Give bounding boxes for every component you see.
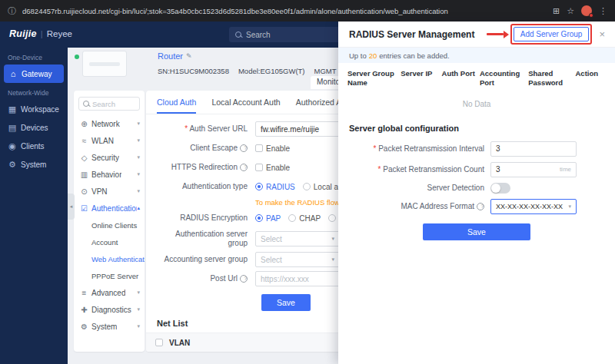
notification-dot: [589, 13, 593, 18]
address-bar[interactable]: d6824457rb.ruijiecloud.net/cgi-bin/luci/…: [22, 7, 448, 15]
edit-icon[interactable]: ✎: [186, 52, 192, 60]
radio-pap[interactable]: [255, 214, 263, 222]
logo-ruijie: Ruijie: [9, 28, 37, 39]
global-search-input[interactable]: Search: [229, 27, 344, 42]
chevron-down-icon: ▾: [137, 188, 140, 194]
menu-item-advanced[interactable]: ≡Advanced ▾: [74, 284, 145, 301]
section-label-network-wide: Network-Wide: [8, 89, 68, 97]
menu-item-vpn[interactable]: ⊙VPN ▾: [74, 183, 145, 200]
menu-item-label: Advanced: [91, 289, 125, 297]
site-info-icon[interactable]: ⓘ: [8, 5, 16, 17]
drawer-save-button[interactable]: Save: [423, 223, 530, 240]
menu-item-pppoe-server[interactable]: PPPoE Server: [74, 267, 145, 284]
menu-item-security[interactable]: ◇Security ▾: [74, 149, 145, 166]
logo-reyee: Reyee: [47, 29, 72, 38]
profile-avatar[interactable]: [581, 5, 592, 16]
select-placeholder: Select: [261, 235, 282, 243]
radio-radius[interactable]: [255, 183, 263, 190]
chevron-down-icon: ▾: [568, 204, 571, 210]
sidebar-collapse-handle[interactable]: ◂: [68, 194, 75, 220]
menu-search-input[interactable]: Search: [78, 97, 140, 111]
sidebar-item-gateway[interactable]: ⌂ Gateway: [4, 65, 64, 83]
menu-item-label: Behavior: [91, 170, 121, 179]
auth-server-group-label: Authentication server group: [157, 230, 248, 248]
sidebar-item-label: System: [21, 160, 46, 169]
menu-item-account[interactable]: Account: [74, 233, 145, 250]
drawer-title: RADIUS Server Management: [349, 29, 487, 40]
https-redirection-checkbox[interactable]: [255, 164, 263, 171]
client-escape-checkbox[interactable]: [255, 144, 263, 152]
menu-item-wlan[interactable]: ≈WLAN ▾: [74, 132, 145, 149]
section-label-one-device: One-Device: [8, 54, 68, 61]
auth-server-url-input[interactable]: fw.wifire.me/ruijie: [255, 121, 340, 137]
menu-item-diagnostics[interactable]: ✚Diagnostics ▾: [74, 301, 145, 318]
auth-server-group-select[interactable]: Select▾: [255, 231, 340, 247]
menu-item-system[interactable]: ⚙System ▾: [74, 318, 145, 335]
search-placeholder: Search: [246, 31, 271, 39]
save-button[interactable]: Save: [261, 294, 311, 311]
extensions-icon[interactable]: ⊞: [553, 6, 560, 16]
post-url-input[interactable]: https://xxx.xxx: [255, 271, 340, 286]
drawer-header: RADIUS Server Management Add Server Grou…: [338, 22, 615, 48]
chevron-down-icon: ▾: [137, 137, 140, 144]
vpn-icon: ⊙: [80, 187, 88, 196]
browser-chrome: ⓘ d6824457rb.ruijiecloud.net/cgi-bin/luc…: [0, 0, 615, 22]
radius-encryption-label: RADIUS Encryption: [180, 213, 248, 223]
search-icon: [83, 101, 89, 107]
radio-ms-chap[interactable]: [328, 214, 336, 222]
chevron-down-icon: ▾: [137, 306, 140, 313]
auth-server-url-label: Auth Server URL: [184, 124, 248, 134]
col-accounting-port: Accounting Port: [480, 69, 525, 88]
menu-item-authentication[interactable]: ☑Authentication ▴: [74, 200, 145, 217]
chevron-down-icon: ▾: [137, 171, 140, 177]
menu-item-online-clients[interactable]: Online Clients: [74, 217, 145, 233]
mac-format-select[interactable]: XX-XX-XX-XX-XX-XX▾: [490, 199, 577, 214]
system-icon: ⚙: [8, 160, 17, 170]
sidebar-item-clients[interactable]: ◉ Clients: [0, 137, 68, 155]
annotation-box: Add Server Group: [510, 24, 593, 45]
retransmission-count-input[interactable]: 3time: [490, 162, 577, 177]
annotation-arrow: [487, 31, 509, 38]
sidebar-item-label: Devices: [21, 124, 48, 132]
menu-item-label: Diagnostics: [91, 306, 131, 314]
gear-icon: ⚙: [80, 323, 88, 331]
add-server-group-button[interactable]: Add Server Group: [514, 27, 590, 41]
tab-cloud-auth[interactable]: Cloud Auth: [157, 98, 196, 114]
toggle-knob: [491, 184, 500, 193]
col-action: Action: [576, 69, 607, 88]
advanced-icon: ≡: [80, 289, 88, 297]
select-all-checkbox[interactable]: [155, 339, 163, 346]
mac-format-label: MAC Address Format: [401, 202, 474, 211]
search-icon: [235, 31, 241, 38]
col-shared-password: Shared Password: [528, 69, 572, 88]
menu-item-behavior[interactable]: ▥Behavior ▾: [74, 166, 145, 183]
sidebar-item-devices[interactable]: ▤ Devices: [0, 118, 68, 137]
input-value: 3: [496, 144, 500, 153]
chevron-down-icon: ▾: [137, 154, 140, 160]
menu-item-network[interactable]: ⊕Network ▾: [74, 115, 145, 132]
info-icon: ?: [240, 144, 248, 152]
menu-item-label: Authentication: [91, 204, 137, 213]
server-detection-toggle[interactable]: [490, 183, 510, 194]
menu-icon[interactable]: ⋮: [599, 6, 607, 16]
retransmission-interval-input[interactable]: 3: [490, 141, 577, 157]
menu-item-label: WLAN: [91, 137, 114, 145]
tab-local-account-auth[interactable]: Local Account Auth: [211, 98, 280, 114]
sidebar-item-system[interactable]: ⚙ System: [0, 155, 68, 174]
star-icon[interactable]: ☆: [567, 6, 574, 16]
acct-server-group-select[interactable]: Select▾: [255, 252, 340, 267]
feature-menu: Search ⊕Network ▾ ≈WLAN ▾ ◇Security ▾ ▥B…: [74, 91, 145, 352]
sidebar-item-workspace[interactable]: ▦ Workspace: [0, 100, 68, 118]
network-icon: ⊕: [80, 120, 88, 128]
col-server-group-name: Server Group Name: [347, 69, 397, 88]
radio-local-account[interactable]: [303, 183, 311, 190]
menu-item-web-authentication[interactable]: Web Authentication: [74, 250, 145, 267]
select-placeholder: Select: [261, 256, 282, 264]
menu-item-label: Network: [91, 120, 120, 128]
unit-suffix: time: [560, 166, 571, 173]
radio-chap[interactable]: [288, 214, 296, 222]
close-icon[interactable]: ×: [597, 28, 607, 40]
chevron-down-icon: ▾: [137, 323, 140, 329]
vlan-column-header: VLAN: [169, 339, 190, 347]
behavior-icon: ▥: [80, 170, 88, 179]
